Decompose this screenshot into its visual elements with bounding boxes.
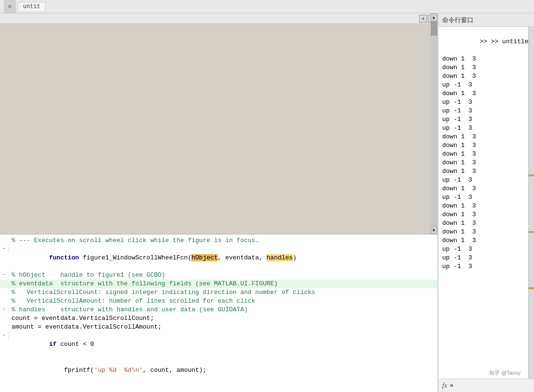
- cmd-prompt-text: >> untitled3: [491, 38, 528, 45]
- code-line-6: % VerticalScrollAmount: number of lines …: [0, 297, 437, 306]
- fold-btn-2[interactable]: −: [2, 245, 5, 254]
- cmd-output-line: down 1 3: [442, 150, 524, 159]
- scroll-marker-2: [528, 231, 534, 233]
- code-text-8: count = eventdata.VerticalScrollCount;: [11, 314, 154, 323]
- cmd-output-line: down 1 3: [442, 141, 524, 150]
- code-line-1: % --- Executes on scroll wheel click whi…: [0, 236, 437, 245]
- fprintf-up-pre: fprintf(: [49, 367, 94, 374]
- code-line-10: − if count < 0: [0, 331, 437, 357]
- code-text-7: % handles structure with handles and use…: [11, 306, 248, 314]
- editor-tab[interactable]: untit: [18, 2, 46, 11]
- gutter-3: −: [0, 271, 9, 280]
- tab-label: untit: [23, 3, 40, 10]
- cmd-output-line: down 1 3: [442, 228, 524, 236]
- fx-symbol: fx: [442, 382, 447, 390]
- hobject-highlight: hObject: [191, 254, 218, 261]
- cmd-lines-container: down 1 3down 1 3down 1 3up -1 3down 1 3u…: [442, 55, 524, 271]
- cmd-output-line: down 1 3: [442, 55, 524, 63]
- scroll-thumb[interactable]: [431, 21, 437, 36]
- cmd-output-line: down 1 3: [442, 159, 524, 167]
- code-text-9: amount = eventdata.VerticalScrollAmount;: [11, 323, 161, 331]
- cmd-output-line: down 1 3: [442, 210, 524, 219]
- scroll-marker-3: [528, 287, 534, 289]
- figure-area: ↺ ✕ ▲ ▼: [0, 13, 437, 234]
- cmd-output-line: up -1 3: [442, 81, 524, 89]
- keyword-function: function: [49, 254, 83, 261]
- keyword-if: if: [49, 341, 60, 348]
- figure-refresh-btn[interactable]: ↺: [419, 15, 427, 23]
- cmd-content[interactable]: >> >> untitled3 down 1 3down 1 3down 1 3…: [438, 27, 528, 379]
- scroll-down-btn[interactable]: ▼: [431, 226, 437, 234]
- gutter-10: −: [0, 331, 9, 340]
- figure-scrollbar[interactable]: ▲ ▼: [430, 13, 437, 234]
- code-line-2: − function figure1_WindowScrollWheelFcn(…: [0, 245, 437, 271]
- gutter-7: −: [0, 306, 9, 314]
- scroll-marker-1: [528, 174, 534, 176]
- close-paren: ): [293, 254, 297, 261]
- cmd-scrollbar[interactable]: [528, 27, 534, 379]
- cmd-output-line: down 1 3: [442, 167, 524, 176]
- func-name: figure1_WindowScrollWheelFcn(: [83, 254, 191, 261]
- code-text-2: function figure1_WindowScrollWheelFcn(hO…: [11, 245, 297, 271]
- code-editor[interactable]: % --- Executes on scroll wheel click whi…: [0, 234, 437, 392]
- cmd-output-line: down 1 3: [442, 63, 524, 72]
- cmd-prompt-line: >> >> untitled3: [442, 29, 524, 55]
- refresh-icon: ↺: [422, 16, 424, 21]
- if-condition: count < 0: [60, 341, 94, 348]
- code-line-5: % VerticalScrollCount: signed integer in…: [0, 288, 437, 297]
- fold-btn-10[interactable]: −: [2, 331, 5, 340]
- top-bar-icon: ≡: [4, 0, 16, 13]
- scroll-up-btn[interactable]: ▲: [431, 13, 437, 21]
- code-text-3: % hObject handle to figure1 (see GCBO): [11, 271, 165, 280]
- gutter-2: −: [0, 245, 9, 254]
- cmd-output-line: up -1 3: [442, 193, 524, 202]
- watermark: 知乎 @Taosy: [489, 369, 521, 377]
- cmd-output-line: up -1 3: [442, 262, 524, 271]
- code-text-5: % VerticalScrollCount: signed integer in…: [11, 288, 315, 297]
- fold-btn-3[interactable]: −: [2, 271, 5, 280]
- cmd-output-line: up -1 3: [442, 254, 524, 262]
- string-up: 'up %d %d\n': [94, 367, 143, 374]
- cmd-title-bar: 命令行窗口: [438, 13, 534, 27]
- cmd-output-line: up -1 3: [442, 124, 524, 133]
- editor-panel: ↺ ✕ ▲ ▼ % --- Executes on scroll wheel c…: [0, 13, 438, 392]
- cmd-output-line: down 1 3: [442, 72, 524, 81]
- scroll-track: [431, 21, 437, 226]
- fold-btn-7[interactable]: −: [2, 306, 5, 314]
- cmd-title: 命令行窗口: [442, 16, 473, 24]
- code-text-10: if count < 0: [11, 331, 94, 357]
- code-text-11: fprintf('up %d %d\n', count, amount);: [11, 357, 207, 383]
- fprintf-up-post: , count, amount);: [143, 367, 207, 374]
- cmd-output-line: down 1 3: [442, 133, 524, 141]
- cmd-output-line: up -1 3: [442, 115, 524, 124]
- cmd-output-line: down 1 3: [442, 236, 524, 245]
- code-text-6: % VerticalScrollAmount: number of lines …: [11, 297, 255, 306]
- code-line-4: % eventdata structure with the following…: [0, 280, 437, 288]
- cmd-output-line: up -1 3: [442, 245, 524, 254]
- code-line-9: amount = eventdata.VerticalScrollAmount;: [0, 323, 437, 331]
- fx-arrows: »: [450, 382, 453, 389]
- comma-sep: , eventdata,: [218, 254, 266, 261]
- cmd-output-line: down 1 3: [442, 184, 524, 193]
- code-line-8: count = eventdata.VerticalScrollCount;: [0, 314, 437, 323]
- top-bar: ≡ untit: [0, 0, 534, 13]
- code-text-4: % eventdata structure with the following…: [11, 280, 278, 288]
- cmd-output-line: up -1 3: [442, 98, 524, 107]
- code-line-7: − % handles structure with handles and u…: [0, 306, 437, 314]
- code-text-1: % --- Executes on scroll wheel click whi…: [11, 236, 259, 245]
- main-layout: ↺ ✕ ▲ ▼ % --- Executes on scroll wheel c…: [0, 13, 534, 392]
- code-line-11: fprintf('up %d %d\n', count, amount);: [0, 357, 437, 383]
- code-line-12: else: [0, 383, 437, 392]
- right-panel: 命令行窗口 >> >> untitled3 down 1 3down 1 3do…: [438, 13, 534, 392]
- prompt-symbol: >>: [480, 38, 491, 45]
- figure-top-bar: ↺ ✕: [0, 13, 437, 24]
- code-line-3: − % hObject handle to figure1 (see GCBO): [0, 271, 437, 280]
- menu-icon: ≡: [8, 4, 12, 10]
- cmd-output-line: down 1 3: [442, 89, 524, 98]
- cmd-output-line: up -1 3: [442, 176, 524, 184]
- cmd-panel-inner: >> >> untitled3 down 1 3down 1 3down 1 3…: [438, 27, 534, 379]
- cmd-output-line: down 1 3: [442, 219, 524, 228]
- code-text-12: else: [11, 383, 64, 392]
- cmd-bottom-bar: fx »: [438, 379, 534, 392]
- handles-highlight: handles: [267, 254, 293, 261]
